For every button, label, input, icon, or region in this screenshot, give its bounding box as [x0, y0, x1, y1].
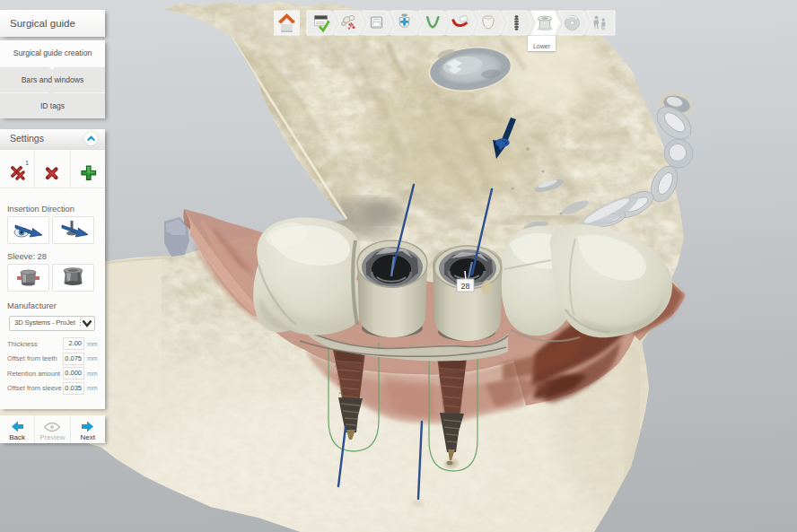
svg-text:28: 28 — [460, 282, 469, 291]
svg-text:1: 1 — [25, 159, 29, 167]
